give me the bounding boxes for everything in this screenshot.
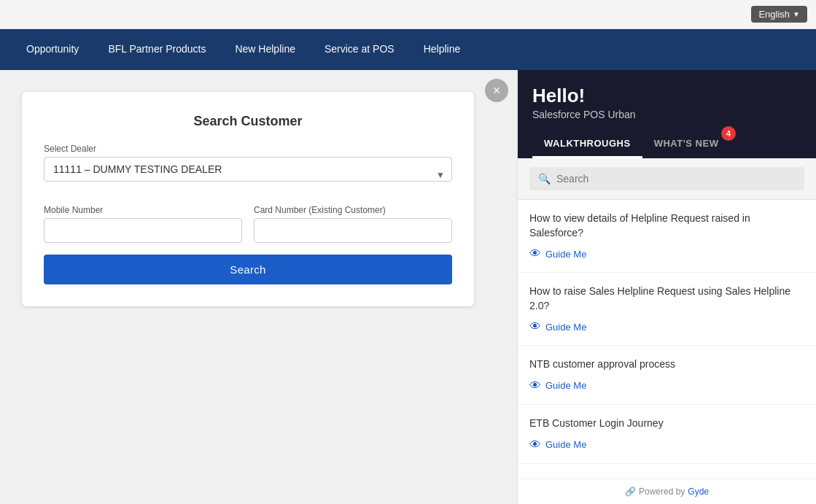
- guide-me-link-2[interactable]: 👁 Guide Me: [529, 320, 804, 333]
- top-bar: English ▼: [0, 0, 816, 29]
- nav-item-helpline[interactable]: Helpline: [409, 29, 475, 70]
- nav-item-new-helpline[interactable]: New Helpline: [220, 29, 309, 70]
- card-number-group: Card Number (Existing Customer): [254, 205, 452, 243]
- guide-me-link-3[interactable]: 👁 Guide Me: [529, 379, 804, 392]
- language-label: English: [758, 9, 790, 20]
- left-content: × Search Customer Select Dealer 11111 – …: [0, 70, 517, 504]
- nav-item-service-at-pos[interactable]: Service at POS: [310, 29, 409, 70]
- panel-header: Hello! Salesforce POS Urban WALKTHROUGHS…: [518, 70, 816, 158]
- form-row: Mobile Number Card Number (Existing Cust…: [44, 205, 452, 243]
- select-dealer-wrapper: 11111 – DUMMY TESTING DEALER ▼: [44, 157, 452, 193]
- walkthrough-title-2: How to raise Sales Helpline Request usin…: [529, 284, 804, 313]
- guide-me-label-4: Guide Me: [545, 439, 586, 450]
- search-button[interactable]: Search: [44, 255, 452, 284]
- mobile-number-label: Mobile Number: [44, 205, 242, 215]
- close-button[interactable]: ×: [485, 79, 508, 102]
- language-arrow: ▼: [793, 10, 800, 18]
- right-panel: Hello! Salesforce POS Urban WALKTHROUGHS…: [517, 70, 816, 504]
- guide-me-link-1[interactable]: 👁 Guide Me: [529, 247, 804, 260]
- nav-item-opportunity[interactable]: Opportunity: [12, 29, 93, 70]
- search-card-title: Search Customer: [44, 114, 452, 129]
- tab-walkthroughs[interactable]: WALKTHROUGHS: [532, 131, 642, 158]
- search-customer-card: Search Customer Select Dealer 11111 – DU…: [22, 92, 474, 306]
- main-area: × Search Customer Select Dealer 11111 – …: [0, 70, 816, 504]
- search-icon: 🔍: [538, 173, 551, 185]
- eye-icon-1: 👁: [529, 247, 541, 260]
- eye-icon-3: 👁: [529, 379, 541, 392]
- panel-footer: 🔗 Powered by Gyde: [518, 478, 816, 504]
- guide-me-label-3: Guide Me: [545, 380, 586, 391]
- nav-item-bfl-partner-products[interactable]: BFL Partner Products: [93, 29, 220, 70]
- panel-tabs: WALKTHROUGHS WHAT'S NEW 4: [532, 131, 801, 158]
- panel-search-area: 🔍: [518, 158, 816, 200]
- whats-new-label: WHAT'S NEW: [654, 138, 719, 149]
- mobile-number-group: Mobile Number: [44, 205, 242, 243]
- card-number-input[interactable]: [254, 218, 452, 243]
- walkthrough-item-2: How to raise Sales Helpline Request usin…: [518, 273, 816, 346]
- walkthrough-title-3: NTB customer approval process: [529, 357, 804, 372]
- guide-me-label-2: Guide Me: [545, 322, 586, 333]
- powered-by-text: Powered by: [639, 486, 685, 497]
- nav-bar: Opportunity BFL Partner Products New Hel…: [0, 29, 816, 70]
- guide-me-label-1: Guide Me: [545, 249, 586, 260]
- panel-greeting: Hello!: [532, 85, 801, 107]
- panel-search-input[interactable]: [556, 173, 796, 185]
- eye-icon-2: 👁: [529, 320, 541, 333]
- walkthrough-title-1: How to view details of Helpline Request …: [529, 212, 804, 240]
- card-number-label: Card Number (Existing Customer): [254, 205, 452, 215]
- walkthrough-title-4: ETB Customer Login Journey: [529, 416, 804, 431]
- language-selector[interactable]: English ▼: [751, 6, 807, 23]
- walkthrough-item-3: NTB customer approval process 👁 Guide Me: [518, 346, 816, 405]
- whats-new-badge: 4: [721, 126, 736, 141]
- walkthrough-item-4: ETB Customer Login Journey 👁 Guide Me: [518, 405, 816, 464]
- select-dealer-label: Select Dealer: [44, 144, 452, 154]
- select-dealer-dropdown[interactable]: 11111 – DUMMY TESTING DEALER: [44, 157, 452, 182]
- guide-me-link-4[interactable]: 👁 Guide Me: [529, 438, 804, 451]
- eye-icon-4: 👁: [529, 438, 541, 451]
- powered-by-icon: 🔗: [625, 486, 636, 497]
- walkthroughs-list: How to view details of Helpline Request …: [518, 200, 816, 478]
- tab-whats-new[interactable]: WHAT'S NEW 4: [642, 131, 731, 158]
- walkthrough-item-1: How to view details of Helpline Request …: [518, 200, 816, 273]
- panel-search-box: 🔍: [529, 167, 804, 190]
- panel-subtitle: Salesforce POS Urban: [532, 109, 801, 120]
- mobile-number-input[interactable]: [44, 218, 242, 243]
- gyde-link[interactable]: Gyde: [688, 486, 709, 497]
